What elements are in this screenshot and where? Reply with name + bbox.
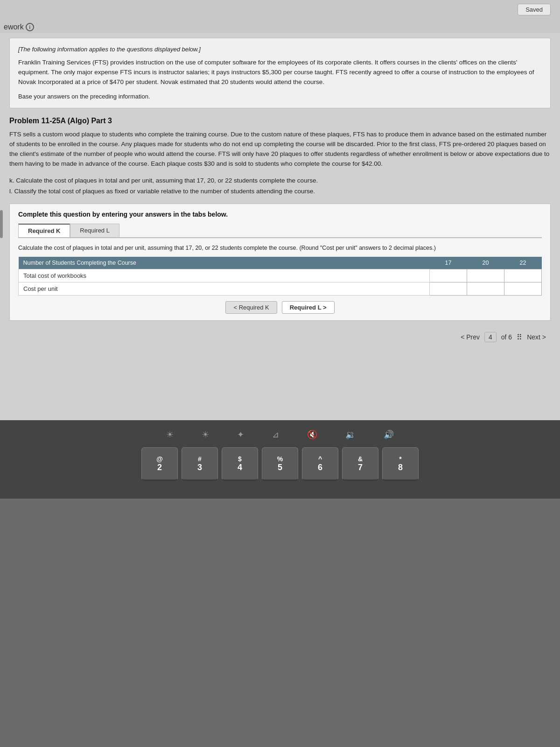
cell-cost-22[interactable] [504,282,542,296]
table-row: Cost per unit [19,282,542,296]
mission-control-icon: ✦ [237,430,244,440]
info-icon[interactable]: i [26,23,34,31]
tabs-row: Required K Required L [18,224,542,238]
tab-nav-row: < Required K Required L > [18,301,542,314]
next-tab-button[interactable]: Required L > [282,301,335,314]
saved-badge: Saved [518,4,551,15]
current-page: 4 [484,332,497,342]
keyboard-row: @ 2 # 3 $ 4 % 5 ^ 6 & 7 * 8 [19,447,541,481]
brightness-up-icon: ☀ [202,430,209,440]
key-6[interactable]: ^ 6 [302,447,338,481]
key-6-top: ^ [318,455,322,463]
data-table: Number of Students Completing the Course… [18,257,542,296]
key-3-top: # [198,455,202,463]
table-description: Calculate the cost of plaques in total a… [18,244,542,253]
volume-down-icon: 🔉 [345,430,356,440]
key-8[interactable]: * 8 [382,447,419,481]
key-3-bottom: 3 [197,463,202,472]
launchpad-icon: ⊿ [272,430,279,440]
ework-label: ework [4,23,24,31]
prev-button[interactable]: < Prev [461,333,480,341]
key-8-top: * [399,455,401,463]
key-5[interactable]: % 5 [262,447,298,481]
key-7[interactable]: & 7 [342,447,378,481]
col-17: 17 [430,257,467,269]
cell-workbooks-20[interactable] [467,269,504,282]
key-8-bottom: 8 [398,463,403,472]
context-paragraph: Franklin Training Services (FTS) provide… [18,58,542,87]
scroll-indicator [0,210,3,238]
cell-cost-17[interactable] [430,282,467,296]
of-label: of 6 [501,333,512,341]
brightness-down-icon: ☀ [166,430,174,440]
question-k: k. Calculate the cost of plaques in tota… [9,176,551,186]
context-box: [The following information applies to th… [9,38,551,108]
row-label-cost-per-unit: Cost per unit [19,282,430,296]
tab-required-k[interactable]: Required K [18,224,70,237]
key-5-bottom: 5 [278,463,282,472]
question-l: l. Classify the total cost of plaques as… [9,186,551,197]
key-4-top: $ [238,455,242,463]
media-icons-row: ☀ ☀ ✦ ⊿ 🔇 🔉 🔊 [19,430,541,440]
cell-workbooks-22[interactable] [504,269,542,282]
col-22: 22 [504,257,542,269]
volume-up-icon: 🔊 [384,430,394,440]
key-3[interactable]: # 3 [182,447,218,481]
key-2[interactable]: @ 2 [141,447,178,481]
answer-panel: Complete this question by entering your … [9,204,551,321]
keyboard-area: ☀ ☀ ✦ ⊿ 🔇 🔉 🔊 @ 2 # 3 $ 4 % 5 ^ 6 & [0,420,560,499]
prev-tab-button[interactable]: < Required K [225,301,277,314]
key-7-top: & [358,455,363,463]
key-7-bottom: 7 [358,463,363,472]
cell-workbooks-17[interactable] [430,269,467,282]
key-2-bottom: 2 [157,463,162,472]
questions-list: k. Calculate the cost of plaques in tota… [9,176,551,197]
mute-icon: 🔇 [307,430,317,440]
tab-required-l[interactable]: Required L [70,224,119,237]
key-6-bottom: 6 [318,463,322,472]
key-4[interactable]: $ 4 [222,447,258,481]
next-button[interactable]: Next > [527,333,546,341]
pagination-row: < Prev 4 of 6 ⠿ Next > [0,325,560,349]
problem-title: Problem 11-25A (Algo) Part 3 [9,117,551,125]
row-label-workbooks: Total cost of workbooks [19,269,430,282]
col-20: 20 [467,257,504,269]
key-5-top: % [277,455,283,463]
key-2-top: @ [156,455,163,463]
base-note: Base your answers on the preceding infor… [18,92,542,101]
panel-instruction: Complete this question by entering your … [18,211,542,218]
key-4-bottom: 4 [238,463,242,472]
table-row: Total cost of workbooks [19,269,542,282]
context-italic: [The following information applies to th… [18,45,542,54]
cell-cost-20[interactable] [467,282,504,296]
problem-description: FTS sells a custom wood plaque to studen… [9,130,551,169]
grid-icon: ⠿ [517,333,522,342]
col-header: Number of Students Completing the Course [19,257,430,269]
